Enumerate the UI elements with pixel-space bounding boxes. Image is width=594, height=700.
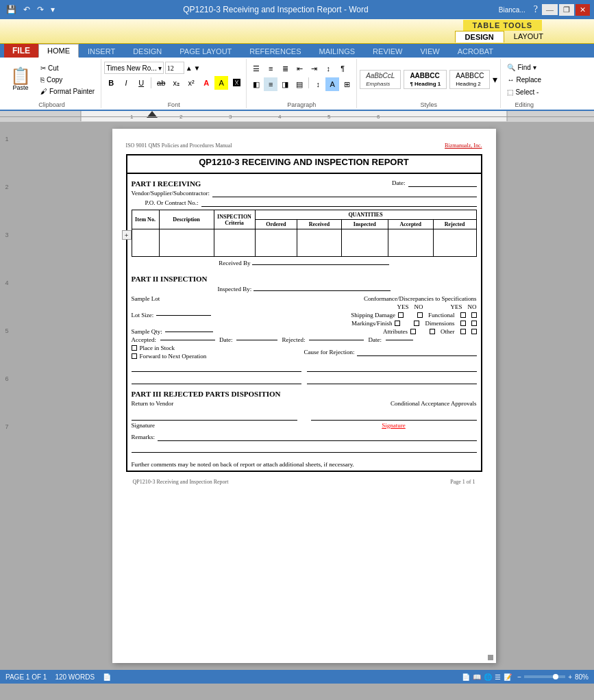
word-count: 120 WORDS [55, 673, 95, 681]
outline-btn[interactable]: ☰ [495, 673, 501, 681]
lot-size-row: Lot Size: Shipping Damage Functional [132, 312, 477, 318]
part3-heading: PART III REJECTED PARTS DISPOSITION [132, 390, 477, 398]
references-tab[interactable]: REFERENCES [240, 45, 310, 58]
close-btn[interactable]: ✕ [576, 4, 590, 16]
zoom-level: 80% [575, 673, 589, 681]
styles-scroll[interactable]: ▾ [493, 74, 497, 86]
add-row-button[interactable]: + [122, 230, 132, 240]
align-center-button[interactable]: ≡ [264, 77, 277, 91]
view-tab[interactable]: VIEW [412, 45, 449, 58]
document-page: + ISO 9001 QMS Policies and Procedures M… [112, 129, 496, 663]
font-name-dropdown-icon[interactable]: ▾ [158, 64, 162, 72]
zoom-out-btn[interactable]: − [517, 673, 521, 681]
style-h1-label: AABBCC [410, 72, 439, 79]
forward-cb [132, 353, 137, 359]
numbering-button[interactable]: ≡ [264, 62, 277, 75]
bold-button[interactable]: B [104, 76, 118, 90]
subscript-button[interactable]: x₂ [169, 76, 183, 90]
borders-button[interactable]: ⊞ [340, 77, 354, 91]
page-layout-tab[interactable]: PAGE LAYOUT [171, 45, 240, 58]
resize-handle[interactable] [488, 655, 493, 660]
svg-rect-0 [0, 111, 594, 122]
dimensions-yes-cb [460, 321, 466, 326]
justify-button[interactable]: ▤ [293, 77, 306, 91]
style-emphasis[interactable]: AaBbCcL Emphasis [360, 70, 401, 89]
replace-button[interactable]: ↔ Replace [504, 74, 545, 85]
web-layout-btn[interactable]: 🌐 [484, 673, 492, 681]
home-tab[interactable]: HOME [38, 44, 79, 58]
full-reading-btn[interactable]: 📖 [473, 673, 481, 681]
font-size-increase-button[interactable]: ▲ [186, 64, 193, 72]
received-by-row: Received By [132, 257, 477, 269]
header-left: ISO 9001 QMS Policies and Procedures Man… [126, 142, 232, 149]
mailings-tab[interactable]: MAILINGS [310, 45, 364, 58]
file-tab[interactable]: FILE [4, 44, 38, 58]
find-button[interactable]: 🔍 Find ▾ [504, 62, 539, 73]
font-size-decrease-button[interactable]: ▼ [194, 64, 201, 72]
view-controls: 📄 📖 🌐 ☰ 📝 [462, 673, 512, 681]
clear-formatting-button[interactable]: 🆇 [230, 76, 243, 90]
redo-icon[interactable]: ↷ [35, 4, 46, 16]
paragraph-label: Paragraph [249, 100, 354, 108]
svg-text:6: 6 [377, 114, 380, 120]
save-icon[interactable]: 💾 [4, 4, 18, 16]
decrease-indent-button[interactable]: ⇤ [293, 62, 306, 75]
help-icon[interactable]: ? [531, 4, 541, 15]
show-formatting-button[interactable]: ¶ [336, 62, 349, 75]
insert-tab[interactable]: INSERT [79, 45, 124, 58]
restore-btn[interactable]: ❐ [559, 4, 574, 16]
window-title: QP1210-3 Receiving and Inspection Report… [60, 5, 492, 14]
text-color-button[interactable]: A [199, 76, 213, 90]
multilevel-list-button[interactable]: ≣ [278, 62, 292, 75]
document-header: ISO 9001 QMS Policies and Procedures Man… [126, 142, 482, 149]
zoom-slider[interactable] [524, 675, 565, 678]
align-left-button[interactable]: ◧ [249, 77, 263, 91]
line-spacing-button[interactable]: ↕ [311, 77, 325, 91]
font-label: Font [104, 100, 243, 108]
copy-button[interactable]: ⎘ Copy [37, 74, 98, 85]
draft-btn[interactable]: 📝 [504, 673, 512, 681]
sort-button[interactable]: ↕ [321, 62, 335, 75]
table-row [132, 229, 476, 257]
svg-rect-1 [0, 111, 81, 122]
highlight-button[interactable]: A [214, 76, 228, 90]
shipping-yes-cb [398, 312, 404, 318]
font-size-selector[interactable]: 12 [165, 62, 184, 74]
layout-icon[interactable]: 📄 [103, 673, 111, 681]
separator [151, 77, 151, 88]
align-right-button[interactable]: ◨ [278, 77, 292, 91]
ruler-num-7: 7 [5, 423, 8, 430]
bullets-button[interactable]: ☰ [249, 62, 263, 75]
acrobat-tab[interactable]: ACROBAT [449, 45, 502, 58]
extra-lines-area2 [132, 375, 477, 384]
inspected-by-row: Inspected By: [132, 286, 477, 292]
design-tab[interactable]: DESIGN [124, 45, 171, 58]
style-heading1[interactable]: AABBCC ¶ Heading 1 [404, 70, 447, 89]
styles-label: Styles [360, 100, 497, 108]
undo-icon[interactable]: ↶ [21, 4, 32, 16]
superscript-button[interactable]: x² [184, 76, 198, 90]
font-name-selector[interactable]: Times New Ro... ▾ [104, 62, 164, 74]
separator2 [308, 77, 309, 88]
tab-layout[interactable]: LAYOUT [504, 31, 553, 42]
place-stock-cb [132, 345, 137, 351]
increase-indent-button[interactable]: ⇥ [307, 62, 321, 75]
underline-button[interactable]: U [134, 76, 148, 90]
format-painter-button[interactable]: 🖌 Format Painter [37, 86, 98, 97]
strikethrough-button[interactable]: ab [154, 76, 168, 90]
shading-button[interactable]: A [325, 77, 339, 91]
svg-rect-2 [507, 111, 594, 122]
cut-button[interactable]: ✂ Cut [37, 62, 98, 73]
paste-button[interactable]: 📋 Paste [5, 62, 36, 97]
yes-no-header: YES NO YES NO [132, 303, 477, 310]
zoom-in-btn[interactable]: + [568, 673, 572, 681]
qat-dropdown-icon[interactable]: ▾ [49, 4, 57, 16]
select-button[interactable]: ⬚ Select - [504, 86, 542, 97]
italic-button[interactable]: I [119, 76, 133, 90]
print-layout-btn[interactable]: 📄 [462, 673, 470, 681]
sample-qty-row: Sample Qty: Attributes Other [132, 328, 477, 335]
review-tab[interactable]: REVIEW [364, 45, 411, 58]
minimize-btn[interactable]: — [542, 4, 558, 15]
tab-design[interactable]: DESIGN [455, 31, 504, 42]
style-heading2[interactable]: AABBCC Heading 2 [449, 70, 490, 89]
